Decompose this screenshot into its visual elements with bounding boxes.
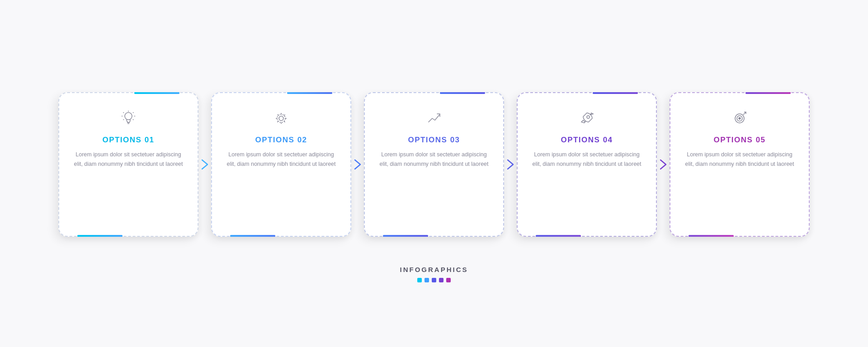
card-3-title: OPTIONS 03 — [408, 136, 460, 145]
card-5-border-top — [745, 92, 791, 94]
dot-3 — [432, 278, 436, 282]
svg-point-0 — [125, 113, 132, 120]
arrow-2 — [350, 157, 365, 172]
card-1-border-bottom — [77, 235, 123, 237]
dot-1 — [417, 278, 422, 282]
infographic-container: OPTIONS 01 Lorem ipsum dolor sit sectetu… — [22, 65, 846, 255]
card-3-text: Lorem ipsum dolor sit sectetuer adipisci… — [377, 150, 491, 169]
dot-2 — [425, 278, 429, 282]
card-wrapper-1: OPTIONS 01 Lorem ipsum dolor sit sectetu… — [58, 92, 198, 237]
card-2-border-top — [287, 92, 332, 94]
card-1-border-top — [134, 92, 179, 94]
card-1-title: OPTIONS 01 — [102, 136, 154, 145]
svg-line-4 — [123, 112, 124, 113]
svg-point-12 — [587, 116, 590, 118]
svg-point-11 — [277, 114, 285, 122]
arrow-3 — [503, 157, 518, 172]
lightbulb-icon — [118, 108, 139, 129]
arrow-4 — [656, 157, 670, 172]
card-3-border-top — [440, 92, 485, 94]
card-2-text: Lorem ipsum dolor sit sectetuer adipisci… — [225, 150, 338, 169]
svg-point-16 — [739, 117, 741, 119]
card-3: OPTIONS 03 Lorem ipsum dolor sit sectetu… — [364, 92, 504, 237]
target-icon — [729, 108, 750, 129]
card-4-border-top — [593, 92, 638, 94]
footer: INFOGRAPHICS — [400, 266, 468, 282]
svg-point-10 — [279, 116, 283, 121]
arrow-1 — [198, 157, 212, 172]
chart-icon — [423, 108, 445, 129]
rocket-icon — [576, 108, 598, 129]
svg-line-9 — [133, 119, 134, 120]
card-5-text: Lorem ipsum dolor sit sectetuer adipisci… — [683, 150, 796, 169]
card-2-border-bottom — [230, 235, 275, 237]
card-2-title: OPTIONS 02 — [255, 136, 307, 145]
card-4-title: OPTIONS 04 — [561, 136, 613, 145]
card-5-border-bottom — [689, 235, 734, 237]
card-1: OPTIONS 01 Lorem ipsum dolor sit sectetu… — [58, 92, 198, 237]
footer-title: INFOGRAPHICS — [400, 266, 468, 273]
card-2: OPTIONS 02 Lorem ipsum dolor sit sectetu… — [211, 92, 351, 237]
card-4-text: Lorem ipsum dolor sit sectetuer adipisci… — [530, 150, 643, 169]
card-4: OPTIONS 04 Lorem ipsum dolor sit sectetu… — [517, 92, 657, 237]
dot-4 — [439, 278, 443, 282]
card-1-text: Lorem ipsum dolor sit sectetuer adipisci… — [72, 150, 185, 169]
card-5-title: OPTIONS 05 — [713, 136, 765, 145]
footer-dots — [417, 278, 451, 282]
card-wrapper-3: OPTIONS 03 Lorem ipsum dolor sit sectetu… — [364, 92, 504, 237]
dot-5 — [446, 278, 451, 282]
svg-line-8 — [123, 119, 124, 120]
card-wrapper-4: OPTIONS 04 Lorem ipsum dolor sit sectetu… — [517, 92, 657, 237]
card-wrapper-2: OPTIONS 02 Lorem ipsum dolor sit sectetu… — [211, 92, 351, 237]
svg-line-5 — [133, 112, 134, 113]
card-3-border-bottom — [383, 235, 428, 237]
card-wrapper-5: OPTIONS 05 Lorem ipsum dolor sit sectetu… — [670, 92, 810, 237]
card-5: OPTIONS 05 Lorem ipsum dolor sit sectetu… — [670, 92, 810, 237]
card-4-border-bottom — [536, 235, 581, 237]
svg-line-17 — [743, 112, 746, 115]
gear-icon — [270, 108, 292, 129]
